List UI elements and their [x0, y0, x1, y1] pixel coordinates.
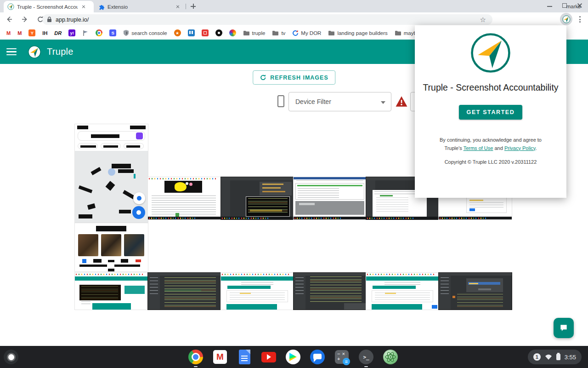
- screenshot-thumbnail-doc[interactable]: [148, 177, 221, 219]
- truple-popup-logo-icon: [469, 32, 512, 74]
- legal-and: and: [493, 145, 504, 151]
- folder-truple[interactable]: truple: [243, 30, 266, 36]
- screenshot-thumbnail-gray-window[interactable]: [294, 177, 367, 219]
- bookmark-letter-icon: IH: [42, 30, 47, 36]
- bookmark-label: truple: [252, 30, 266, 36]
- folder-tv[interactable]: tv: [272, 30, 285, 36]
- notification-counter: 1: [533, 353, 541, 361]
- extension-popup: Truple - Screenshot Accountability GET S…: [415, 25, 566, 198]
- folder-landing-page-builders[interactable]: landing page builders: [328, 30, 387, 36]
- search-console-bookmark[interactable]: search console: [123, 30, 167, 36]
- legal-period: .: [536, 145, 537, 151]
- shelf-app-terminal[interactable]: [358, 349, 374, 365]
- dr-bookmark[interactable]: DR: [54, 30, 62, 36]
- shelf-app-calculator[interactable]: −×+=: [334, 349, 350, 365]
- browser-toolbar: app.truple.io/: [0, 12, 588, 26]
- launcher-button[interactable]: [4, 350, 18, 364]
- yahoo-bookmark[interactable]: y!: [68, 29, 75, 36]
- gmail-bookmark-2[interactable]: M: [17, 30, 22, 36]
- bookmark-letter-icon: M: [6, 30, 11, 36]
- dark-app-bookmark[interactable]: [215, 29, 222, 36]
- shelf: M−×+= 1 3:55: [0, 346, 588, 368]
- device-filter-select[interactable]: Device Filter: [288, 92, 391, 111]
- bookmark-label: My DOR: [301, 30, 321, 36]
- bookmarks-overflow-label[interactable]: marks: [566, 4, 581, 9]
- minimize-icon[interactable]: [547, 2, 552, 8]
- screenshot-thumbnail-truple-form-2[interactable]: [366, 273, 439, 310]
- truple-favicon-icon: [7, 3, 14, 10]
- s-app-bookmark[interactable]: S: [109, 29, 116, 36]
- atom-icon: [383, 350, 398, 364]
- chrome-webstore-icon: [96, 29, 102, 36]
- hamburger-menu-icon[interactable]: [6, 48, 17, 56]
- truple-extension-icon: [562, 15, 571, 23]
- status-tray[interactable]: 1 3:55: [528, 350, 582, 364]
- refresh-images-button[interactable]: REFRESH IMAGES: [253, 70, 335, 85]
- red-square-icon: [202, 29, 209, 36]
- play-icon: [286, 350, 300, 364]
- messages-icon: [310, 350, 325, 364]
- colorful-app-bookmark[interactable]: [229, 29, 236, 36]
- forward-icon[interactable]: [18, 13, 31, 26]
- screenshot-thumbnail-truple-dark[interactable]: [75, 273, 148, 310]
- shelf-app-play[interactable]: [285, 349, 301, 365]
- url-bar[interactable]: app.truple.io/: [42, 14, 492, 25]
- url-text: app.truple.io/: [56, 17, 89, 23]
- legal-prefix: Truple's: [444, 145, 463, 151]
- shelf-app-youtube[interactable]: [260, 349, 277, 365]
- bookmark-star-icon[interactable]: [480, 16, 486, 24]
- shelf-app-gmail[interactable]: M: [212, 349, 228, 365]
- star-badge-bookmark[interactable]: [174, 29, 181, 36]
- shelf-app-atom[interactable]: [382, 349, 399, 365]
- wifi-icon: [545, 354, 552, 360]
- screenshot-thumbnail-ide-4[interactable]: [439, 273, 512, 310]
- chromeos-screen: Truple - Screenshot Accountabili Extensi…: [0, 0, 588, 368]
- shield-icon: [123, 30, 129, 36]
- shelf-app-messages[interactable]: [309, 349, 326, 365]
- bookmark-badge-icon: y!: [68, 29, 75, 36]
- circular-arrow-icon: [292, 30, 299, 36]
- gmail-bookmark[interactable]: M: [6, 30, 11, 36]
- tab-extensions[interactable]: Extensions: [95, 1, 185, 12]
- my-dor-bookmark[interactable]: My DOR: [292, 30, 321, 36]
- screenshot-thumbnail-ide-3[interactable]: [294, 273, 367, 310]
- new-tab-button[interactable]: [189, 2, 197, 10]
- screenshot-thumbnail-truple-form[interactable]: [221, 273, 294, 310]
- calculator-icon: −×+=: [335, 350, 349, 364]
- red-app-bookmark[interactable]: [202, 29, 209, 36]
- tab-close-icon[interactable]: [175, 4, 181, 10]
- ih-bookmark[interactable]: IH: [42, 30, 47, 36]
- black-circle-icon: [215, 29, 222, 36]
- screenshot-thumbnail-ide-2[interactable]: [148, 273, 221, 310]
- chat-fab-button[interactable]: [554, 318, 574, 338]
- tab-title: Extensions: [107, 4, 128, 10]
- docs-icon: [239, 350, 250, 364]
- device-filter-label: Device Filter: [295, 98, 331, 105]
- shelf-app-docs[interactable]: [236, 349, 253, 365]
- terms-of-use-link[interactable]: Terms of Use: [464, 145, 493, 151]
- bookmark-label: search console: [131, 30, 167, 36]
- tab-close-icon[interactable]: [80, 4, 87, 10]
- truple-logo-icon: [28, 45, 41, 59]
- shelf-app-chrome[interactable]: [187, 349, 204, 365]
- privacy-policy-link[interactable]: Privacy Policy: [504, 145, 536, 151]
- hn-bookmark[interactable]: Y: [28, 29, 35, 36]
- device-icon: [277, 95, 284, 107]
- launcher-icon: [8, 354, 14, 360]
- chat-bubble-icon: [559, 323, 568, 333]
- lock-icon: [47, 17, 52, 23]
- trello-bookmark[interactable]: [188, 29, 195, 36]
- get-started-button[interactable]: GET STARTED: [459, 105, 523, 120]
- tab-truple[interactable]: Truple - Screenshot Accountabili: [4, 1, 94, 12]
- flag-bookmark[interactable]: [82, 30, 89, 36]
- folder-icon: [243, 30, 250, 36]
- webstore-bookmark[interactable]: [96, 29, 102, 36]
- popup-title: Truple - Screenshot Accountability: [415, 82, 566, 93]
- screenshot-thumbnail-ide-terminal[interactable]: [221, 177, 294, 219]
- back-icon[interactable]: [3, 13, 16, 26]
- clock: 3:55: [565, 354, 576, 361]
- screenshot-thumbnail-phone-map[interactable]: [75, 124, 148, 271]
- folder-icon: [272, 30, 279, 36]
- truple-extension-button[interactable]: [560, 13, 572, 25]
- browser-menu-icon[interactable]: [576, 15, 583, 23]
